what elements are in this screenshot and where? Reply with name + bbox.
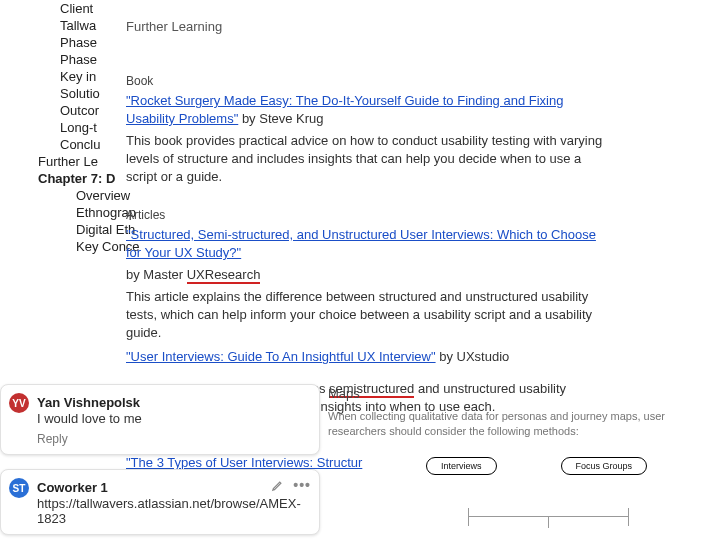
spellcheck-mark: UXstudio [457, 349, 510, 364]
reply-button[interactable]: Reply [37, 432, 68, 446]
comment-card[interactable]: YV Yan Vishnepolsk I would love to me Re… [0, 384, 320, 455]
article1-link[interactable]: "Structured, Semi-structured, and Unstru… [126, 227, 596, 260]
page-maps: Maps When collecting qualitative data fo… [328, 386, 708, 475]
comment-text: https://tallwavers.atlassian.net/browse/… [37, 496, 307, 526]
book-description: This book provides practical advice on h… [126, 132, 606, 186]
method-pill-interviews: Interviews [426, 457, 497, 475]
outline-item[interactable]: Phase [0, 51, 140, 68]
outline-item[interactable]: Overview [0, 187, 140, 204]
article1-description: This article explains the difference bet… [126, 288, 606, 342]
outline-item[interactable]: Long-t [0, 119, 140, 136]
outline-item[interactable]: Client [0, 0, 140, 17]
more-icon[interactable]: ••• [293, 480, 311, 490]
outline-item[interactable]: Ethnograp [0, 204, 140, 221]
article2-link[interactable]: "User Interviews: Guide To An Insightful… [126, 349, 436, 364]
outline-chapter[interactable]: Chapter 7: D [0, 170, 140, 187]
outline-item[interactable]: Key Conce [0, 238, 140, 255]
book-byline: by Steve Krug [238, 111, 323, 126]
heading-further-learning: Further Learning [126, 18, 606, 36]
outline-item[interactable]: Phase [0, 34, 140, 51]
heading-maps: Maps [328, 386, 708, 401]
avatar: ST [9, 478, 29, 498]
comment-author: Coworker 1 [37, 480, 307, 495]
outline-item[interactable]: Tallwa [0, 17, 140, 34]
outline-item[interactable]: Further Le [0, 153, 140, 170]
book-resource: "Rocket Surgery Made Easy: The Do-It-You… [126, 92, 606, 128]
edit-icon[interactable] [271, 478, 285, 492]
outline-item[interactable]: Key in [0, 68, 140, 85]
comment-author: Yan Vishnepolsk [37, 395, 307, 410]
byline-pre: by Master [126, 267, 187, 282]
outline-item[interactable]: Conclu [0, 136, 140, 153]
avatar: YV [9, 393, 29, 413]
label-book: Book [126, 72, 606, 90]
comment-card[interactable]: ST Coworker 1 https://tallwavers.atlassi… [0, 469, 320, 535]
outline-item[interactable]: Outcor [0, 102, 140, 119]
byline-pre: by [436, 349, 457, 364]
outline-item[interactable]: Digital Eth [0, 221, 140, 238]
outline-item[interactable]: Solutio [0, 85, 140, 102]
spellcheck-mark: UXResearch [187, 267, 261, 284]
method-pill-focus-groups: Focus Groups [561, 457, 648, 475]
outline-panel: Client Tallwa Phase Phase Key in Solutio… [0, 0, 140, 255]
article1-byline: by Master UXResearch [126, 266, 606, 284]
comments-panel: YV Yan Vishnepolsk I would love to me Re… [0, 384, 320, 540]
maps-paragraph: When collecting qualitative data for per… [328, 409, 708, 439]
label-articles: Articles [126, 206, 606, 224]
book-link[interactable]: "Rocket Surgery Made Easy: The Do-It-You… [126, 93, 563, 126]
comment-text: I would love to me [37, 411, 307, 426]
